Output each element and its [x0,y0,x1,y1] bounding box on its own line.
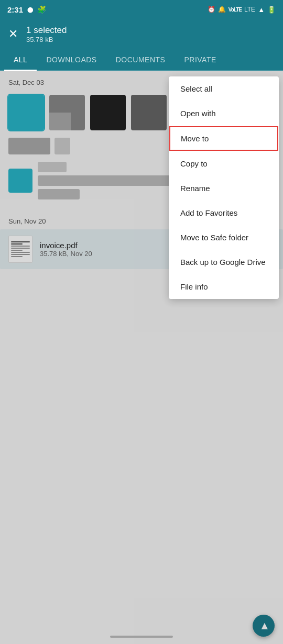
app-bar: ✕ 1 selected 35.78 kB [0,19,283,49]
volume-icon: 🔔 [218,6,226,13]
menu-item-move-safe[interactable]: Move to Safe folder [169,225,279,250]
selection-size: 35.78 kB [26,36,67,43]
tab-downloads[interactable]: downloads [37,49,106,70]
menu-item-file-info[interactable]: File info [169,274,279,299]
status-time: 2:31 [7,5,23,14]
menu-item-open-with[interactable]: Open with [169,101,279,126]
context-menu-overlay[interactable]: Select all Open with Move to Copy to Ren… [0,71,283,644]
selection-count: 1 selected [26,25,67,36]
content-area: Sat, Dec 03 Sun, Nov 20 [0,71,283,644]
alarm-icon: ⏰ [208,6,215,13]
close-button[interactable]: ✕ [8,28,18,40]
context-menu: Select all Open with Move to Copy to Ren… [169,76,279,299]
selection-info: 1 selected 35.78 kB [26,25,67,43]
wifi-icon: ▲ [258,6,265,14]
puzzle-icon: 🧩 [37,5,46,14]
signal-icon: LTE [244,6,255,13]
battery-icon: 🔋 [267,6,276,14]
lte-icon: VoLTE [228,7,242,13]
circle-icon: ⬤ [27,7,33,13]
tab-all[interactable]: All [4,49,37,70]
menu-item-rename[interactable]: Rename [169,176,279,201]
tab-private[interactable]: Private [175,49,225,70]
tab-bar: All downloads Documents Private [0,49,283,71]
menu-item-copy-to[interactable]: Copy to [169,151,279,176]
tab-documents[interactable]: Documents [106,49,175,70]
menu-item-select-all[interactable]: Select all [169,76,279,101]
status-bar: 2:31 ⬤ 🧩 ⏰ 🔔 VoLTE LTE ▲ 🔋 [0,0,283,19]
menu-item-backup-drive[interactable]: Back up to Google Drive [169,250,279,274]
status-icons: ⏰ 🔔 VoLTE LTE ▲ 🔋 [208,6,276,14]
status-time-area: 2:31 ⬤ 🧩 [7,5,46,14]
menu-item-add-favorites[interactable]: Add to Favorites [169,201,279,225]
menu-item-move-to[interactable]: Move to [169,126,278,151]
